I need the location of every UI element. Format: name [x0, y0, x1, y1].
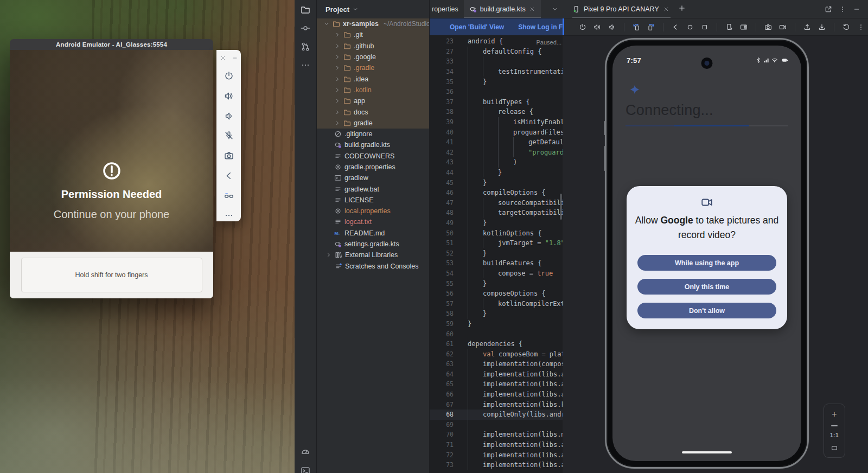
code-editor[interactable]: Paused... 23android {27defaultConfig {33…: [430, 35, 563, 473]
line-number[interactable]: 70: [430, 431, 454, 438]
code-line-50[interactable]: 50kotlinOptions {: [430, 228, 563, 238]
tree-item-settings-gradle-kts[interactable]: settings.gradle.kts: [317, 239, 429, 250]
tree-item-license[interactable]: LICENSE: [317, 195, 429, 206]
line-number[interactable]: 59: [430, 320, 454, 328]
tree-item-codeowners[interactable]: CODEOWNERS: [317, 151, 429, 162]
fit-to-window-icon[interactable]: [831, 444, 838, 452]
vol-down-button[interactable]: [223, 110, 235, 122]
code-line-67[interactable]: 67implementation(libs.kotl: [430, 399, 563, 410]
open-build-view-link[interactable]: Open 'Build' View: [450, 23, 504, 31]
line-number[interactable]: 39: [430, 118, 454, 126]
tree-item-gradle[interactable]: .gradle: [317, 62, 429, 73]
rotate-left-button[interactable]: [633, 23, 640, 31]
line-number[interactable]: 45: [430, 179, 454, 187]
line-number[interactable]: 68: [430, 411, 454, 418]
code-line-47[interactable]: 47sourceCompatibility: [430, 198, 563, 208]
code-line-46[interactable]: 46compileOptions {: [430, 188, 563, 198]
open-new-button[interactable]: [825, 5, 832, 13]
code-line-39[interactable]: 39isMinifyEnabled: [430, 117, 563, 127]
code-line-72[interactable]: 72implementation(libs.andr: [430, 450, 563, 460]
code-line-44[interactable]: 44}: [430, 168, 563, 178]
only-this-time-button[interactable]: Only this time: [637, 279, 776, 295]
code-line-49[interactable]: 49}: [430, 218, 563, 228]
line-number[interactable]: 64: [430, 370, 454, 378]
code-line-41[interactable]: 41getDefaultPr: [430, 137, 563, 148]
code-line-68[interactable]: 68compileOnly(libs.android: [430, 410, 563, 420]
line-number[interactable]: 33: [430, 57, 454, 65]
code-line-38[interactable]: 38release {: [430, 107, 563, 117]
code-line-37[interactable]: 37buildTypes {: [430, 97, 563, 107]
line-number[interactable]: 51: [430, 239, 454, 247]
upload-button[interactable]: [803, 23, 811, 31]
line-number[interactable]: 27: [430, 48, 454, 55]
line-number[interactable]: 71: [430, 441, 454, 449]
tool-strip-more-h-button[interactable]: [298, 57, 313, 73]
line-number[interactable]: 61: [430, 340, 454, 348]
code-line-61[interactable]: 61dependencies {: [430, 339, 563, 349]
line-number[interactable]: 38: [430, 108, 454, 116]
code-line-52[interactable]: 52}: [430, 248, 563, 258]
code-line-70[interactable]: 70implementation(libs.mate: [430, 430, 563, 440]
video-button[interactable]: [779, 23, 787, 31]
tree-item-gradlew-bat[interactable]: gradlew.bat: [317, 183, 429, 194]
code-line-57[interactable]: 57kotlinCompilerExtens: [430, 298, 563, 309]
tab-overflow-button[interactable]: [552, 0, 563, 18]
code-line-53[interactable]: 53buildFeatures {: [430, 258, 563, 269]
code-line-34[interactable]: 34testInstrumentationR: [430, 67, 563, 77]
snapshot-button[interactable]: [740, 23, 748, 31]
dont-allow-button[interactable]: Don't allow: [637, 303, 776, 318]
project-panel-header[interactable]: Project: [317, 0, 429, 18]
emulator-screen[interactable]: Permission Needed Continue on your phone: [10, 50, 213, 252]
code-line-62[interactable]: 62val composeBom = platfor: [430, 349, 563, 359]
tree-item-gitignore[interactable]: .gitignore: [317, 129, 429, 139]
tree-item-gradlew[interactable]: gradlew: [317, 172, 429, 183]
line-number[interactable]: 62: [430, 350, 454, 358]
line-number[interactable]: 43: [430, 158, 454, 166]
close-icon[interactable]: [663, 6, 669, 12]
code-line-42[interactable]: 42"proguard-ru: [430, 148, 563, 158]
tree-item-gradle[interactable]: gradle: [317, 118, 429, 129]
code-line-66[interactable]: 66implementation(libs.andr: [430, 389, 563, 400]
line-number[interactable]: 60: [430, 330, 454, 338]
mic-off-button[interactable]: [223, 130, 235, 142]
line-number[interactable]: 66: [430, 391, 454, 398]
code-line-48[interactable]: 48targetCompatibility: [430, 208, 563, 218]
download-button[interactable]: [818, 23, 826, 31]
code-line-56[interactable]: 56composeOptions {: [430, 289, 563, 299]
tree-item-external-libraries[interactable]: External Libraries: [317, 250, 429, 260]
code-line-43[interactable]: 43): [430, 157, 563, 168]
new-device-tab-button[interactable]: [678, 4, 686, 14]
device-settings-button[interactable]: [725, 23, 733, 31]
vol-up-button[interactable]: [593, 23, 601, 31]
line-number[interactable]: 53: [430, 259, 454, 267]
code-line-59[interactable]: 59}: [430, 319, 563, 329]
phone-screen[interactable]: 7:57 Connecting... Allow Google to take …: [612, 46, 801, 461]
line-number[interactable]: 72: [430, 451, 454, 459]
tool-strip-terminal-button[interactable]: [298, 463, 313, 473]
zoom-out-button[interactable]: [831, 425, 838, 426]
line-number[interactable]: 73: [430, 461, 454, 469]
line-number[interactable]: 65: [430, 380, 454, 388]
tree-item-kotlin[interactable]: .kotlin: [317, 85, 429, 95]
line-number[interactable]: 63: [430, 360, 454, 368]
camera-button[interactable]: [764, 23, 772, 31]
code-line-45[interactable]: 45}: [430, 177, 563, 188]
line-number[interactable]: 40: [430, 129, 454, 136]
line-number[interactable]: 57: [430, 300, 454, 308]
line-number[interactable]: 52: [430, 250, 454, 257]
line-number[interactable]: 67: [430, 401, 454, 408]
line-number[interactable]: 56: [430, 290, 454, 297]
line-number[interactable]: 55: [430, 280, 454, 287]
tree-item-scratches-and-consoles[interactable]: Scratches and Consoles: [317, 261, 429, 272]
line-number[interactable]: 48: [430, 209, 454, 216]
more-h-button[interactable]: [223, 210, 235, 221]
tool-strip-pull-requests-button[interactable]: [298, 39, 313, 54]
code-line-64[interactable]: 64implementation(libs.andr: [430, 369, 563, 380]
code-line-69[interactable]: 69: [430, 420, 563, 430]
code-line-60[interactable]: 60: [430, 329, 563, 339]
rotate-right-button[interactable]: [647, 23, 655, 31]
camera-button[interactable]: [223, 150, 235, 161]
more-v-button[interactable]: [839, 5, 846, 13]
close-button[interactable]: [219, 54, 227, 62]
zoom-in-button[interactable]: +: [832, 410, 837, 419]
